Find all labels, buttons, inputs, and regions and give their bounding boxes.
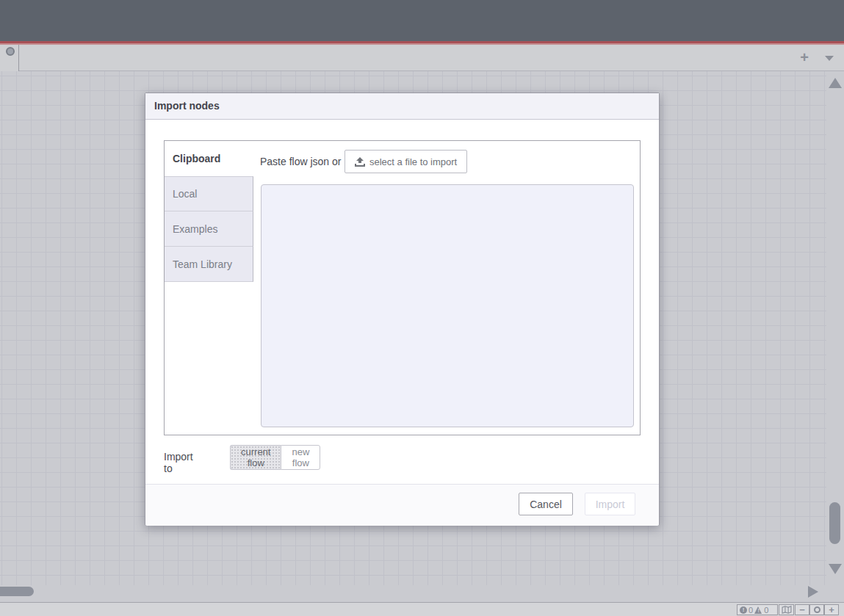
tab-examples[interactable]: Examples <box>165 211 253 247</box>
import-source-tabs: Clipboard Local Examples Team Library <box>165 141 253 435</box>
error-count: 0 <box>749 606 753 615</box>
warning-icon: ! <box>754 606 762 614</box>
notification-counts-button[interactable]: ! 0 ! 0 <box>737 604 778 615</box>
plus-icon: + <box>829 604 834 615</box>
import-nodes-dialog: Import nodes Clipboard Local Examples Te… <box>145 93 660 526</box>
tab-local[interactable]: Local <box>165 176 253 211</box>
tab-clipboard-label: Clipboard <box>173 153 220 164</box>
select-file-button[interactable]: select a file to import <box>345 150 467 173</box>
current-flow-button[interactable]: current flow <box>230 445 281 470</box>
import-button[interactable]: Import <box>585 493 635 515</box>
zoom-in-button[interactable]: + <box>824 604 839 615</box>
tab-team-library-label: Team Library <box>173 258 232 270</box>
zoom-out-button[interactable]: − <box>795 604 809 615</box>
tab-team-library[interactable]: Team Library <box>165 247 253 282</box>
tab-local-label: Local <box>173 188 197 200</box>
error-icon: ! <box>740 606 747 614</box>
new-flow-button[interactable]: new flow <box>281 445 320 470</box>
cancel-button[interactable]: Cancel <box>519 493 573 515</box>
select-file-button-label: select a file to import <box>369 156 457 167</box>
upload-icon <box>355 157 365 167</box>
warning-count: 0 <box>764 606 768 615</box>
zoom-reset-icon <box>814 606 820 613</box>
map-icon <box>782 606 792 614</box>
dialog-header: Import nodes <box>145 93 659 120</box>
minus-icon: − <box>799 604 805 615</box>
import-json-textarea[interactable] <box>261 184 634 427</box>
app-header <box>0 0 844 41</box>
import-to-label: Import to <box>164 451 193 474</box>
tab-examples-label: Examples <box>173 223 217 235</box>
zoom-reset-button[interactable] <box>809 604 824 615</box>
import-target-toggle: current flow new flow <box>230 445 320 470</box>
import-source-panel: Clipboard Local Examples Team Library Pa… <box>164 140 641 435</box>
paste-flow-json-label: Paste flow json or <box>260 156 342 167</box>
dialog-title: Import nodes <box>154 100 220 112</box>
tab-clipboard[interactable]: Clipboard <box>165 141 253 176</box>
navigator-toggle-button[interactable] <box>779 604 794 615</box>
editor-statusbar: ! 0 ! 0 − + <box>0 602 844 616</box>
dialog-footer: Cancel Import <box>145 484 659 526</box>
